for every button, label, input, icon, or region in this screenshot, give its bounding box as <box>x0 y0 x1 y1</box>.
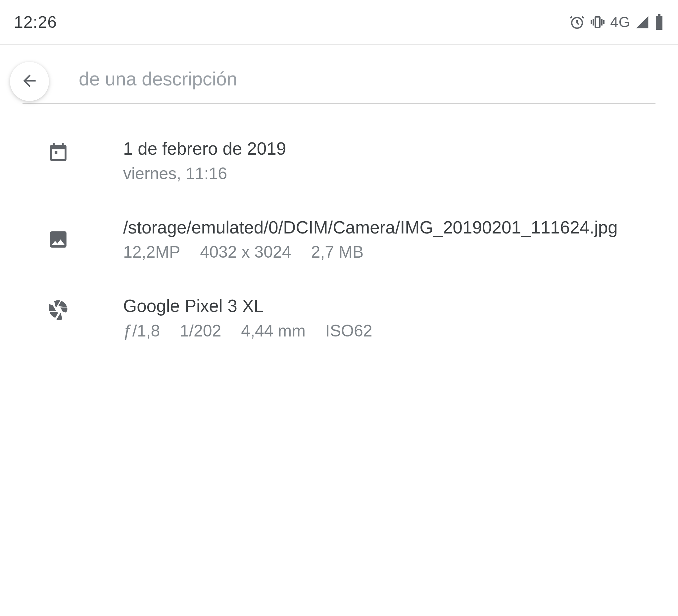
header <box>0 55 678 104</box>
file-meta: 12,2MP4032 x 30242,7 MB <box>123 241 655 264</box>
calendar-icon <box>46 140 70 164</box>
camera-iso: ISO62 <box>326 322 372 340</box>
arrow-back-icon <box>20 72 39 92</box>
camera-meta: ƒ/1,81/2024,44 mmISO62 <box>123 319 655 342</box>
svg-rect-3 <box>656 16 663 30</box>
camera-aperture: ƒ/1,8 <box>123 322 160 340</box>
file-dimensions: 4032 x 3024 <box>200 243 291 261</box>
file-path: /storage/emulated/0/DCIM/Camera/IMG_2019… <box>123 216 655 240</box>
camera-row: Google Pixel 3 XL ƒ/1,81/2024,44 mmISO62 <box>0 284 678 363</box>
details-list: 1 de febrero de 2019 viernes, 11:16 /sto… <box>0 104 678 363</box>
camera-focal: 4,44 mm <box>241 322 306 340</box>
alarm-icon <box>569 14 585 30</box>
image-icon <box>46 227 70 251</box>
aperture-icon <box>46 297 70 321</box>
status-time: 12:26 <box>14 12 57 32</box>
camera-device: Google Pixel 3 XL <box>123 294 655 318</box>
back-button[interactable] <box>10 62 49 101</box>
date-primary: 1 de febrero de 2019 <box>123 137 655 160</box>
camera-shutter: 1/202 <box>180 322 221 340</box>
signal-icon <box>635 15 649 30</box>
vibrate-icon <box>590 14 605 30</box>
status-icons: 4G <box>569 14 664 31</box>
file-size: 2,7 MB <box>311 243 364 261</box>
svg-rect-2 <box>658 14 661 16</box>
battery-icon <box>654 14 664 30</box>
network-label: 4G <box>610 14 630 31</box>
date-secondary: viernes, 11:16 <box>123 162 655 185</box>
file-megapixels: 12,2MP <box>123 243 180 261</box>
description-input[interactable] <box>23 55 655 104</box>
date-row: 1 de febrero de 2019 viernes, 11:16 <box>0 127 678 206</box>
file-row: /storage/emulated/0/DCIM/Camera/IMG_2019… <box>0 206 678 285</box>
status-bar: 12:26 4G <box>0 0 678 45</box>
svg-rect-1 <box>595 17 600 28</box>
